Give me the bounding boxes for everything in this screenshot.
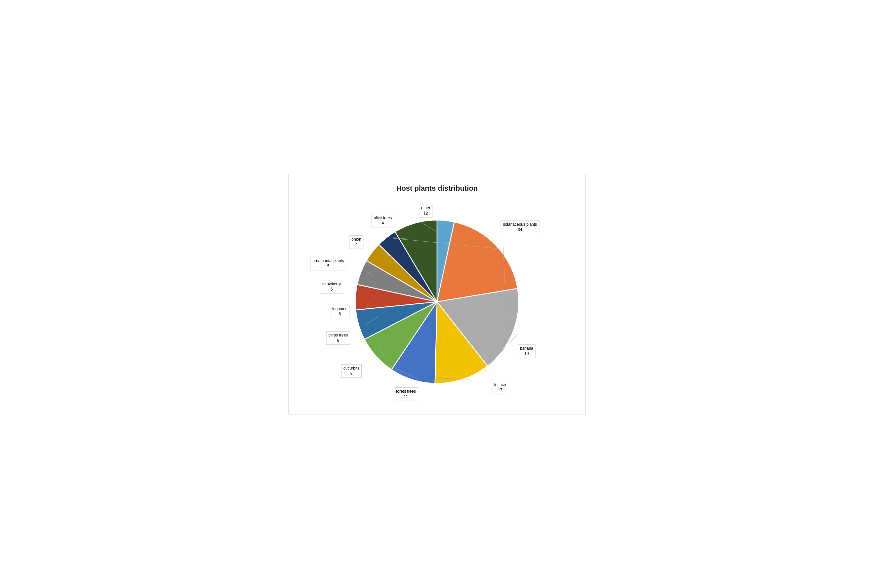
label-text: citrus trees8 <box>328 333 348 343</box>
label-text: lettuce17 <box>494 382 506 393</box>
label-text: solanaceous plants34 <box>503 222 537 232</box>
label-olive-trees: olive trees4 <box>372 214 394 228</box>
label-text: forest trees11 <box>396 389 416 399</box>
label-text: ornamental plants5 <box>312 258 344 269</box>
label-ornamental-plants: ornamental plants5 <box>310 257 346 271</box>
label-text: cucurbits9 <box>343 366 359 376</box>
pie-wrapper: solanaceous plants34banana19lettuce17for… <box>295 199 579 404</box>
label-strawberry: strawberry5 <box>320 280 343 294</box>
label-lettuce: lettuce17 <box>492 381 508 394</box>
label-citrus-trees: citrus trees8 <box>326 331 351 345</box>
label-text: olive trees4 <box>374 216 392 226</box>
label-banana: banana19 <box>518 344 535 358</box>
label-cucurbits: cucurbits9 <box>341 364 361 378</box>
label-other: other12 <box>419 204 432 218</box>
label-text: other12 <box>421 206 430 216</box>
label-forest-trees: forest trees11 <box>394 387 418 401</box>
label-solanaceous-plants: solanaceous plants34 <box>501 220 540 234</box>
pie-chart <box>351 216 523 388</box>
label-text: banana19 <box>520 346 533 356</box>
label-text: strawberry5 <box>322 282 341 292</box>
chart-container: Host plants distribution solanaceous pla… <box>288 174 586 414</box>
label-text: onion4 <box>351 237 361 247</box>
label-text: legumes6 <box>332 306 347 316</box>
label-onion: onion4 <box>349 236 363 249</box>
chart-title: Host plants distribution <box>295 184 579 193</box>
label-legumes: legumes6 <box>330 305 349 319</box>
